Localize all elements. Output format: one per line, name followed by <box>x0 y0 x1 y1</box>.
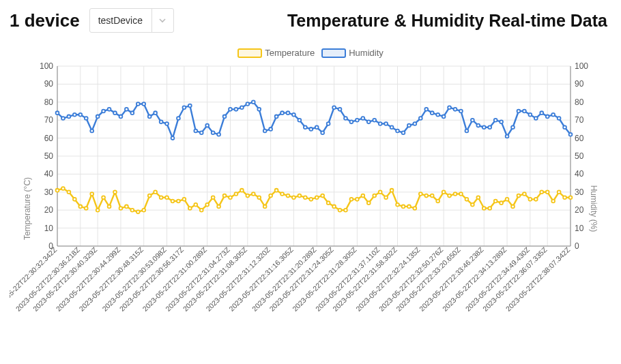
svg-point-199 <box>188 104 192 108</box>
svg-point-197 <box>177 117 180 120</box>
svg-point-153 <box>442 190 446 194</box>
svg-point-200 <box>194 130 197 133</box>
chart-area: Temperature (°C) Humidity (%) 0010102020… <box>10 62 611 355</box>
svg-point-87 <box>61 187 65 190</box>
svg-point-254 <box>506 135 509 138</box>
svg-point-161 <box>488 207 491 210</box>
svg-point-108 <box>182 198 186 201</box>
svg-point-249 <box>476 124 480 127</box>
svg-point-259 <box>534 117 538 120</box>
svg-point-100 <box>136 210 140 213</box>
svg-point-148 <box>413 207 416 210</box>
svg-point-170 <box>540 190 543 194</box>
svg-point-152 <box>436 200 439 203</box>
svg-point-119 <box>246 194 249 198</box>
svg-point-125 <box>280 192 284 196</box>
svg-point-127 <box>292 196 295 199</box>
svg-point-128 <box>298 194 301 198</box>
svg-point-176 <box>56 111 59 115</box>
svg-point-115 <box>223 194 227 198</box>
svg-point-147 <box>407 205 411 209</box>
svg-point-229 <box>361 117 364 120</box>
svg-text:60: 60 <box>44 134 54 143</box>
svg-point-110 <box>194 203 197 207</box>
svg-text:50: 50 <box>575 151 584 161</box>
svg-point-89 <box>73 198 76 201</box>
svg-point-217 <box>292 113 295 117</box>
legend-temperature-swatch <box>237 48 262 58</box>
svg-point-185 <box>108 108 111 111</box>
chevron-down-icon[interactable] <box>151 9 173 32</box>
svg-point-256 <box>517 110 521 113</box>
svg-point-95 <box>108 205 111 209</box>
svg-point-179 <box>73 113 76 117</box>
device-dropdown[interactable]: testDevice <box>89 8 174 33</box>
legend-humidity-label: Humidity <box>349 48 384 58</box>
legend-temperature[interactable]: Temperature <box>237 48 315 58</box>
svg-point-173 <box>558 190 561 194</box>
svg-point-99 <box>130 209 134 212</box>
legend-humidity[interactable]: Humidity <box>321 48 384 58</box>
svg-point-101 <box>142 209 145 212</box>
svg-point-248 <box>471 119 474 122</box>
svg-text:10: 10 <box>575 224 584 233</box>
svg-point-132 <box>321 194 324 198</box>
svg-point-257 <box>523 110 526 113</box>
svg-text:80: 80 <box>44 97 54 107</box>
svg-point-188 <box>125 108 128 111</box>
svg-point-139 <box>361 194 364 198</box>
svg-point-178 <box>67 115 70 119</box>
svg-point-141 <box>373 194 376 198</box>
svg-point-221 <box>315 125 319 129</box>
svg-point-151 <box>431 194 434 198</box>
svg-point-250 <box>482 125 486 129</box>
svg-point-149 <box>419 192 422 196</box>
svg-point-195 <box>165 122 169 125</box>
svg-point-131 <box>315 196 319 199</box>
svg-point-224 <box>332 106 336 109</box>
svg-point-232 <box>379 122 382 125</box>
svg-point-113 <box>212 196 215 199</box>
svg-point-180 <box>78 113 82 117</box>
svg-text:20: 20 <box>575 205 584 215</box>
svg-point-242 <box>436 113 439 117</box>
device-dropdown-value: testDevice <box>90 15 151 26</box>
svg-point-140 <box>367 201 371 204</box>
svg-point-158 <box>471 203 474 207</box>
svg-point-226 <box>344 117 347 120</box>
svg-text:50: 50 <box>44 151 54 161</box>
svg-point-205 <box>223 115 227 119</box>
svg-point-239 <box>419 117 422 120</box>
svg-point-223 <box>327 122 330 125</box>
svg-text:30: 30 <box>575 187 584 197</box>
svg-point-198 <box>182 106 186 109</box>
svg-point-145 <box>396 203 399 207</box>
svg-point-210 <box>252 100 255 104</box>
svg-point-124 <box>275 189 278 192</box>
line-chart: 0010102020303040405050606070708080909010… <box>10 62 611 355</box>
svg-point-215 <box>280 111 284 115</box>
svg-point-235 <box>396 130 399 133</box>
svg-text:30: 30 <box>44 187 54 197</box>
svg-point-252 <box>494 119 497 122</box>
svg-point-111 <box>200 209 203 212</box>
svg-point-130 <box>309 198 313 201</box>
svg-point-109 <box>188 207 192 210</box>
svg-point-219 <box>304 125 307 129</box>
svg-point-190 <box>136 102 140 106</box>
svg-point-182 <box>90 130 93 133</box>
device-count: 1 device <box>10 10 80 31</box>
svg-point-162 <box>494 200 497 203</box>
svg-point-150 <box>424 194 428 198</box>
svg-point-207 <box>235 108 238 111</box>
svg-point-117 <box>235 192 238 196</box>
svg-point-106 <box>171 200 175 203</box>
svg-text:70: 70 <box>44 115 54 125</box>
svg-point-233 <box>384 122 388 125</box>
svg-point-244 <box>448 106 451 109</box>
svg-text:40: 40 <box>44 169 54 179</box>
svg-point-187 <box>119 115 123 119</box>
svg-point-222 <box>321 131 324 134</box>
svg-text:90: 90 <box>44 79 54 89</box>
svg-point-193 <box>154 111 157 115</box>
